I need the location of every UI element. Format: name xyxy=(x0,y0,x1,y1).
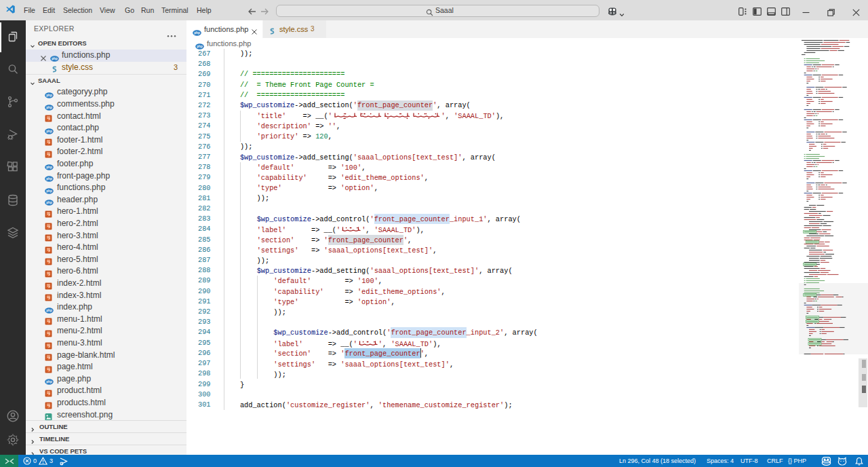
svg-text:php: php xyxy=(194,31,200,35)
svg-text:php: php xyxy=(197,45,203,48)
